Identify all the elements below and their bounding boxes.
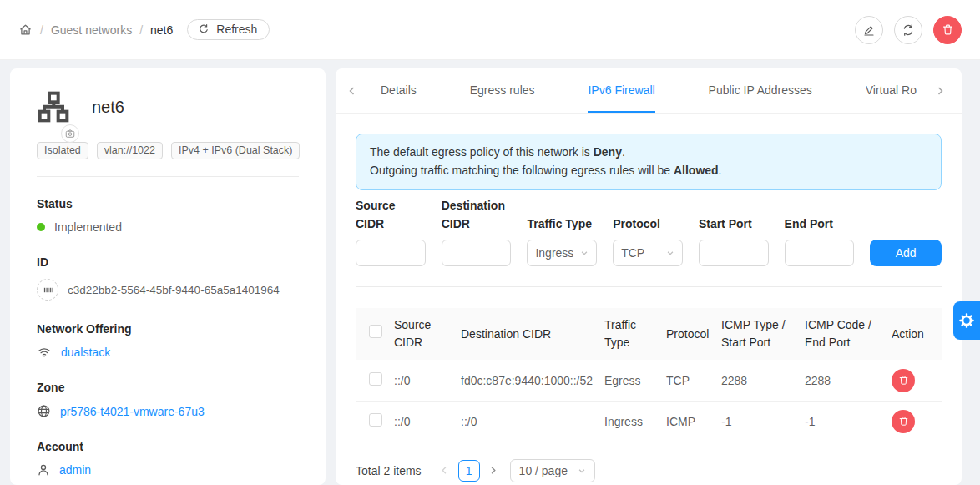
protocol-select[interactable]: TCP [613,240,683,266]
cell-source-cidr: ::/0 [394,360,461,401]
breadcrumb-separator: / [139,23,143,37]
id-value: c3d22bb2-5564-45bf-9440-65a5a1401964 [37,279,299,301]
traffic-type-label: Traffic Type [527,215,597,234]
trash-icon [898,416,909,427]
traffic-type-select[interactable]: Ingress [527,240,597,266]
account-label: Account [37,440,299,453]
sync-button[interactable] [894,16,922,44]
start-port-label: Start Port [699,215,769,234]
add-rule-form: Source CIDR Destination CIDR Traffic Typ… [356,197,942,266]
tab-scroll-left-icon[interactable] [347,68,362,113]
gear-icon [958,312,975,329]
tab-egress-rules[interactable]: Egress rules [470,68,535,113]
cell-traffic-type: Egress [604,360,666,401]
trash-icon [942,23,954,36]
tab-bar: Details Egress rules IPv6 Firewall Publi… [336,68,962,114]
col-protocol: Protocol [666,308,721,360]
col-destination-cidr: Destination CIDR [461,308,604,360]
cell-traffic-type: Ingress [604,401,666,442]
delete-rule-button[interactable] [892,369,915,392]
destination-cidr-input[interactable] [442,240,512,266]
pagination: Total 2 items 1 10 / page [356,459,942,482]
divider [37,176,299,177]
page-size-select[interactable]: 10 / page [510,459,595,482]
row-checkbox[interactable] [369,413,382,427]
table-row: ::/0 fd0c:c87e:9440:1000::/52 Egress TCP… [356,360,942,401]
prev-page-icon[interactable] [435,461,455,481]
settings-fab-button[interactable] [953,301,980,340]
reload-icon [198,23,210,35]
tab-scroll-right-icon[interactable] [935,68,950,113]
chevron-down-icon [666,249,674,257]
change-icon-button[interactable] [61,124,79,143]
wifi-icon [37,346,52,359]
start-port-input[interactable] [699,240,769,266]
source-cidr-label: Source CIDR [356,197,426,233]
chevron-down-icon [578,467,586,475]
chevron-down-icon [580,249,589,257]
network-apartment-icon [37,90,70,124]
edit-button[interactable] [855,16,883,44]
network-offering-label: Network Offering [37,322,299,336]
tag-stack: IPv4 + IPv6 (Dual Stack) [171,142,301,159]
add-button[interactable]: Add [870,240,942,266]
home-icon[interactable] [18,23,33,37]
cell-protocol: TCP [666,360,721,401]
tab-virtual-routers[interactable]: Virtual Ro [866,68,917,113]
page-number-button[interactable]: 1 [458,460,480,482]
sync-icon [902,23,915,37]
table-row: ::/0 ::/0 Ingress ICMP -1 -1 [356,401,942,442]
account-link[interactable]: admin [59,463,91,477]
id-label: ID [37,255,299,269]
detail-panel: Details Egress rules IPv6 Firewall Publi… [336,68,962,485]
col-traffic-type: Traffic Type [604,308,666,360]
next-page-icon[interactable] [483,461,503,481]
cell-destination-cidr: fd0c:c87e:9440:1000::/52 [461,360,604,401]
cell-icmp-type-start-port: -1 [721,401,805,442]
delete-rule-button[interactable] [892,410,915,433]
network-offering-link[interactable]: dualstack [61,346,110,359]
cell-source-cidr: ::/0 [394,401,461,442]
cell-icmp-code-end-port: -1 [805,401,892,442]
col-source-cidr: Source CIDR [394,308,461,360]
row-checkbox[interactable] [369,372,382,386]
egress-policy-alert: The default egress policy of this networ… [356,134,942,190]
table-header-row: Source CIDR Destination CIDR Traffic Typ… [356,308,942,360]
network-icon-wrap [37,90,70,124]
zone-link[interactable]: pr5786-t4021-vmware-67u3 [60,405,205,418]
cell-icmp-type-start-port: 2288 [721,360,805,401]
user-icon [37,463,50,477]
top-header: / Guest networks / net6 Refresh [0,0,980,60]
col-icmp-type-start-port: ICMP Type / Start Port [721,308,805,360]
cell-protocol: ICMP [666,401,721,442]
breadcrumb-guest-networks[interactable]: Guest networks [51,23,132,37]
end-port-input[interactable] [785,240,855,266]
total-items-text: Total 2 items [356,464,422,477]
tab-ipv6-firewall[interactable]: IPv6 Firewall [588,68,654,113]
end-port-label: End Port [785,215,855,234]
source-cidr-input[interactable] [356,240,426,266]
network-title: net6 [92,98,124,117]
camera-icon [65,129,75,139]
zone-label: Zone [37,381,299,394]
status-value: Implemented [37,220,299,234]
trash-icon [898,375,909,386]
tab-public-ip-addresses[interactable]: Public IP Addresses [709,68,812,113]
divider [356,286,942,287]
zone-value: pr5786-t4021-vmware-67u3 [37,404,299,418]
col-icmp-code-end-port: ICMP Code / End Port [805,308,892,360]
breadcrumb-separator: / [40,23,43,37]
tab-details[interactable]: Details [381,68,417,113]
status-label: Status [37,197,299,210]
refresh-button[interactable]: Refresh [187,19,270,40]
pencil-icon [862,23,876,37]
header-actions [855,16,962,44]
protocol-label: Protocol [613,215,683,234]
cell-icmp-code-end-port: 2288 [805,360,892,401]
status-dot-icon [37,223,45,231]
breadcrumb-current: net6 [150,23,173,37]
network-info-card: net6 Isolated vlan://1022 IPv4 + IPv6 (D… [10,68,326,485]
breadcrumb: / Guest networks / net6 Refresh [18,19,270,40]
select-all-checkbox[interactable] [369,325,382,338]
delete-network-button[interactable] [933,16,962,44]
